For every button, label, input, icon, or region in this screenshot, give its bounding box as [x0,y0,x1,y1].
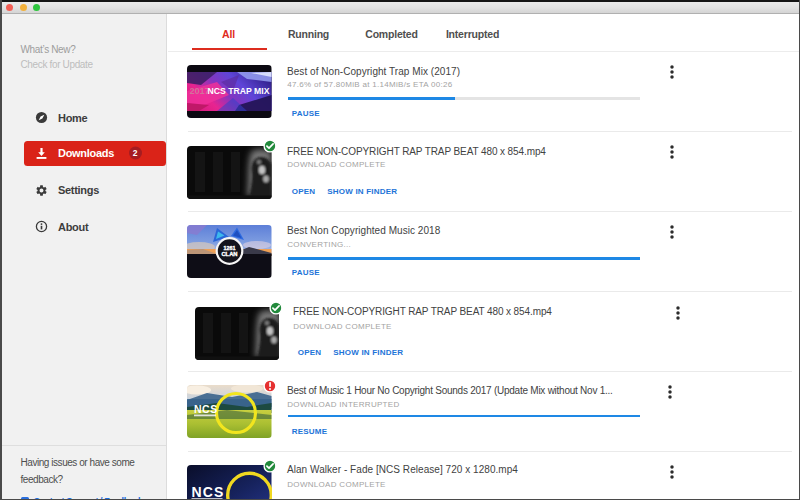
svg-text:NCS: NCS [194,403,218,415]
svg-text:1261: 1261 [224,245,236,251]
svg-text:CLAN: CLAN [221,251,237,257]
svg-text:NCS: NCS [192,484,225,498]
svg-text:NCS TRAP MIX: NCS TRAP MIX [208,86,270,96]
